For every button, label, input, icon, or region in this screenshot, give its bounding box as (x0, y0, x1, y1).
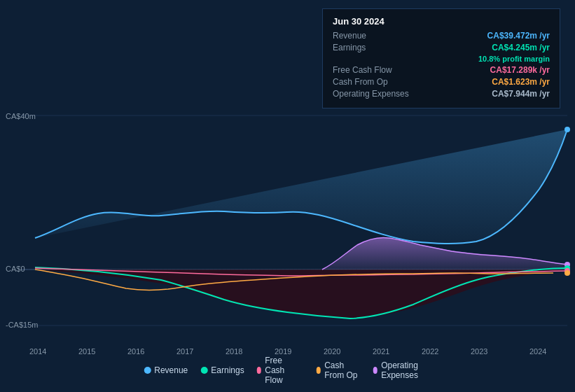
legend-dot-earnings (200, 367, 207, 374)
x-label-2017: 2017 (176, 347, 193, 356)
tooltip-cashop-label: Cash From Op (333, 77, 388, 87)
x-label-2024: 2024 (529, 347, 546, 356)
x-label-2023: 2023 (471, 347, 487, 356)
tooltip-revenue-row: Revenue CA$39.472m /yr (333, 31, 550, 41)
tooltip-margin-value: 10.8% profit margin (478, 55, 550, 63)
tooltip-date: Jun 30 2024 (333, 16, 550, 27)
chart-container: CA$40m CA$0 -CA$15m 2014 2015 2016 2017 … (0, 0, 575, 392)
legend-label-fcf: Free Cash Flow (265, 356, 303, 385)
tooltip-fcf-row: Free Cash Flow CA$17.289k /yr (333, 65, 550, 75)
tooltip-earnings-value: CA$4.245m /yr (492, 43, 550, 52)
legend-revenue[interactable]: Revenue (144, 365, 188, 375)
x-label-2018: 2018 (226, 347, 242, 356)
legend-dot-opex (373, 367, 378, 374)
tooltip-revenue-value: CA$39.472m /yr (487, 31, 550, 41)
legend-label-earnings: Earnings (211, 365, 244, 375)
tooltip-opex-label: Operating Expenses (333, 89, 409, 99)
y-label-top: CA$40m (6, 112, 36, 120)
x-label-2022: 2022 (422, 347, 438, 356)
legend-earnings[interactable]: Earnings (200, 365, 244, 375)
x-label-2021: 2021 (373, 347, 389, 356)
legend: Revenue Earnings Free Cash Flow Cash Fro… (144, 356, 431, 385)
legend-dot-cashop (317, 367, 321, 374)
tooltip-margin-row: 10.8% profit margin (333, 55, 550, 63)
legend-dot-revenue (144, 367, 151, 374)
tooltip-opex-value: CA$7.944m /yr (492, 89, 550, 99)
legend-opex[interactable]: Operating Expenses (373, 360, 431, 380)
legend-dot-fcf (257, 367, 262, 374)
tooltip: Jun 30 2024 Revenue CA$39.472m /yr Earni… (322, 8, 560, 108)
tooltip-cashop-value: CA$1.623m /yr (492, 77, 550, 87)
x-label-2015: 2015 (78, 347, 95, 356)
tooltip-fcf-label: Free Cash Flow (333, 65, 392, 75)
tooltip-earnings-label: Earnings (333, 43, 366, 52)
legend-cashop[interactable]: Cash From Op (317, 360, 361, 380)
legend-label-cashop: Cash From Op (324, 360, 360, 380)
legend-label-opex: Operating Expenses (381, 360, 431, 380)
svg-point-5 (564, 127, 570, 132)
x-label-2014: 2014 (29, 347, 46, 356)
y-label-mid: CA$0 (6, 265, 25, 273)
legend-fcf[interactable]: Free Cash Flow (257, 356, 304, 385)
tooltip-opex-row: Operating Expenses CA$7.944m /yr (333, 89, 550, 99)
x-label-2019: 2019 (275, 347, 291, 356)
svg-point-9 (564, 270, 570, 276)
tooltip-fcf-value: CA$17.289k /yr (490, 65, 550, 75)
tooltip-cashop-row: Cash From Op CA$1.623m /yr (333, 77, 550, 87)
y-label-bottom: -CA$15m (6, 321, 38, 329)
tooltip-revenue-label: Revenue (333, 31, 366, 41)
legend-label-revenue: Revenue (154, 365, 188, 375)
x-label-2016: 2016 (127, 347, 144, 356)
x-label-2020: 2020 (324, 347, 340, 356)
tooltip-earnings-row: Earnings CA$4.245m /yr (333, 43, 550, 52)
